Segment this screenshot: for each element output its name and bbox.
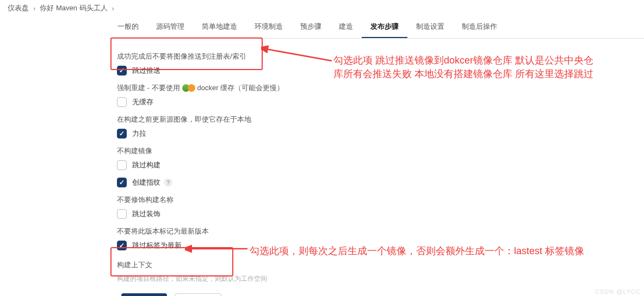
force-pull-label: 力拉 bbox=[132, 129, 146, 138]
tab-post-make[interactable]: 制造后操作 bbox=[453, 16, 506, 38]
checkbox-skip-decorate[interactable] bbox=[117, 209, 127, 219]
force-pull-row[interactable]: 力拉 bbox=[117, 129, 530, 138]
fingerprint-row[interactable]: 创建指纹 ? bbox=[117, 178, 530, 187]
skip-build-label: 跳过构建 bbox=[132, 160, 160, 170]
tab-build[interactable]: 建造 bbox=[330, 16, 362, 38]
chevron-icon: › bbox=[112, 4, 114, 12]
watermark: CSDN @LYCC bbox=[595, 288, 641, 295]
checkbox-skip-latest[interactable] bbox=[117, 241, 127, 250]
config-tabs: 一般的 源码管理 简单地建造 环境制造 预步骤 建造 发布步骤 制造设置 制造后… bbox=[109, 16, 644, 39]
force-rebuild-text-a: 强制重建 - 不要使用 bbox=[117, 83, 180, 93]
apply-button[interactable]: 应用 bbox=[175, 293, 221, 296]
button-row: 保存 应用 bbox=[121, 293, 530, 296]
breadcrumb-item-dashboard[interactable]: 仪表盘 bbox=[8, 3, 29, 13]
tab-general[interactable]: 一般的 bbox=[109, 16, 147, 38]
build-context-title: 构建上下文 bbox=[117, 260, 530, 270]
no-decorate-title: 不要修饰构建名称 bbox=[117, 195, 530, 205]
no-cache-label: 无缓存 bbox=[132, 97, 153, 107]
checkbox-skip-push[interactable] bbox=[117, 66, 127, 75]
checkbox-no-cache[interactable] bbox=[117, 97, 127, 107]
skip-decorate-label: 跳过装饰 bbox=[132, 209, 160, 219]
tab-basic-build[interactable]: 简单地建造 bbox=[193, 16, 246, 38]
skip-decorate-row[interactable]: 跳过装饰 bbox=[117, 209, 530, 219]
no-cache-row[interactable]: 无缓存 bbox=[117, 97, 530, 107]
force-rebuild-text-b: docker 缓存（可能会更慢） bbox=[197, 83, 284, 93]
build-context-sub: 构建的项目根路径，如果未指定，则默认为工作空间 bbox=[117, 274, 530, 284]
save-button[interactable]: 保存 bbox=[121, 293, 167, 296]
skip-build-row[interactable]: 跳过构建 bbox=[117, 160, 530, 170]
tab-env[interactable]: 环境制造 bbox=[246, 16, 292, 38]
breadcrumb: 仪表盘 › 你好 Maven 码头工人 › bbox=[0, 0, 644, 16]
no-build-title: 不构建镜像 bbox=[117, 146, 530, 156]
fingerprint-label: 创建指纹 bbox=[132, 178, 160, 187]
skip-latest-label: 跳过标签为最新 bbox=[132, 241, 182, 250]
checkbox-skip-build[interactable] bbox=[117, 160, 127, 170]
checkbox-fingerprint[interactable] bbox=[117, 178, 127, 187]
tab-make-setting[interactable]: 制造设置 bbox=[407, 16, 453, 38]
annotation-1: 勾选此项 跳过推送镜像到dokcer镜像仓库 默认是公共中央仓 库所有会推送失败… bbox=[333, 54, 593, 81]
force-rebuild-title: 强制重建 - 不要使用 docker 缓存（可能会更慢） bbox=[117, 83, 530, 93]
tab-scm[interactable]: 源码管理 bbox=[147, 16, 193, 38]
chevron-icon: › bbox=[33, 4, 35, 12]
no-latest-title: 不要将此版本标记为最新版本 bbox=[117, 226, 530, 236]
breadcrumb-item-project[interactable]: 你好 Maven 码头工人 bbox=[40, 3, 107, 13]
skip-push-label: 跳过推送 bbox=[132, 66, 160, 75]
checkbox-force-pull[interactable] bbox=[117, 129, 127, 138]
tab-pre-step[interactable]: 预步骤 bbox=[292, 16, 330, 38]
annotation-1-line1: 勾选此项 跳过推送镜像到dokcer镜像仓库 默认是公共中央仓 bbox=[333, 54, 593, 67]
tab-post-step[interactable]: 发布步骤 bbox=[362, 16, 407, 38]
update-source-title: 在构建之前更新源图像，即使它存在于本地 bbox=[117, 115, 530, 124]
orange-dot-icon bbox=[188, 84, 195, 92]
help-icon[interactable]: ? bbox=[164, 178, 172, 187]
annotation-1-line2: 库所有会推送失败 本地没有搭建镜像仓库 所有这里选择跳过 bbox=[333, 67, 593, 81]
annotation-2: 勾选此项，则每次之后生成一个镜像，否则会额外生成一个：lastest 标签镜像 bbox=[250, 244, 584, 258]
